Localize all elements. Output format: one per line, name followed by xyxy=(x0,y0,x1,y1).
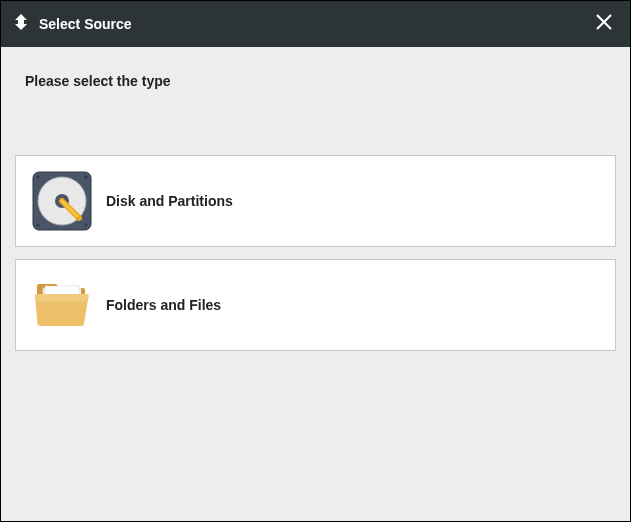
disk-icon xyxy=(30,169,94,233)
svg-point-8 xyxy=(37,176,40,179)
svg-point-9 xyxy=(85,176,88,179)
close-icon xyxy=(595,13,613,35)
titlebar: Select Source xyxy=(1,1,630,47)
titlebar-left: Select Source xyxy=(11,12,132,36)
option-disk-partitions[interactable]: Disk and Partitions xyxy=(15,155,616,247)
option-folders-files[interactable]: Folders and Files xyxy=(15,259,616,351)
svg-point-10 xyxy=(37,224,40,227)
option-label: Folders and Files xyxy=(106,297,221,313)
svg-point-11 xyxy=(85,224,88,227)
window-title: Select Source xyxy=(39,16,132,32)
close-button[interactable] xyxy=(592,12,616,36)
content-area: Please select the type Disk and Partitio… xyxy=(1,47,630,521)
option-label: Disk and Partitions xyxy=(106,193,233,209)
prompt-text: Please select the type xyxy=(25,73,616,89)
folder-icon xyxy=(30,273,94,337)
app-icon xyxy=(11,12,31,36)
